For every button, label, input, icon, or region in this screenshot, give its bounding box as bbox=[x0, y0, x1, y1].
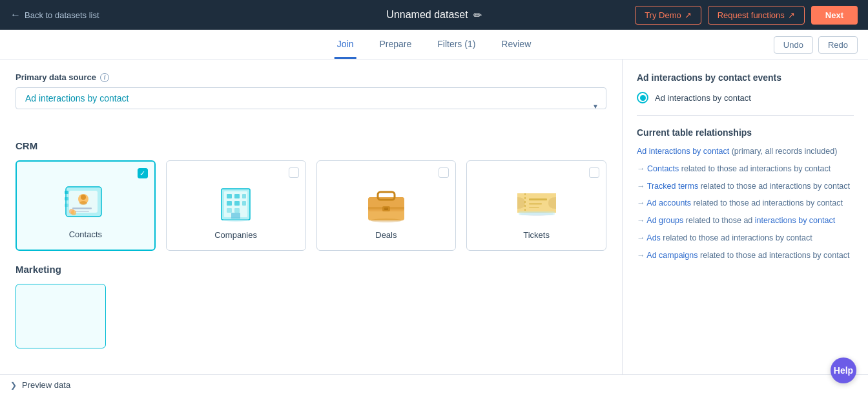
request-functions-label: Request functions bbox=[718, 10, 785, 20]
marketing-section-title: Marketing bbox=[16, 264, 606, 275]
info-icon[interactable]: i bbox=[100, 73, 109, 82]
rel-item-0: Ad interactions by contact (primary, all… bbox=[637, 145, 854, 158]
card-tickets-label: Tickets bbox=[523, 230, 550, 240]
svg-rect-31 bbox=[368, 207, 404, 209]
primary-source-dropdown[interactable]: Ad interactions by contact bbox=[16, 87, 606, 109]
rel-item-2: → Tracked terms related to those ad inte… bbox=[637, 180, 854, 193]
next-label: Next bbox=[825, 10, 843, 20]
svg-point-23 bbox=[223, 218, 249, 222]
svg-rect-9 bbox=[75, 211, 89, 212]
svg-rect-32 bbox=[529, 198, 547, 200]
card-contacts-icon bbox=[59, 178, 111, 224]
tabs-right: Undo Redo bbox=[774, 36, 858, 59]
next-button[interactable]: Next bbox=[811, 6, 858, 25]
external-link-icon2: ↗ bbox=[788, 10, 795, 20]
svg-rect-20 bbox=[227, 208, 232, 213]
dataset-title: Unnamed dataset bbox=[386, 9, 468, 21]
card-deals-label: Deals bbox=[375, 230, 397, 240]
card-companies[interactable]: Companies bbox=[166, 160, 306, 251]
header-title-area: Unnamed dataset ✏ bbox=[386, 9, 481, 21]
svg-rect-34 bbox=[529, 207, 539, 208]
header: ← Back to datasets list Unnamed dataset … bbox=[0, 0, 868, 30]
help-button[interactable]: Help bbox=[831, 358, 856, 383]
back-to-datasets-link[interactable]: ← Back to datasets list bbox=[10, 9, 99, 21]
help-label: Help bbox=[834, 365, 853, 376]
svg-rect-16 bbox=[242, 194, 246, 198]
svg-rect-21 bbox=[234, 208, 240, 213]
left-panel: Primary data source i Ad interactions by… bbox=[0, 59, 623, 374]
back-arrow-icon: ← bbox=[10, 9, 21, 21]
card-companies-label: Companies bbox=[214, 230, 257, 240]
crm-cards-grid: ✓ bbox=[16, 160, 606, 251]
preview-data-label: Preview data bbox=[22, 380, 70, 390]
svg-point-11 bbox=[71, 210, 76, 215]
undo-button[interactable]: Undo bbox=[774, 36, 813, 54]
try-demo-label: Try Demo bbox=[645, 10, 681, 20]
bottom-bar[interactable]: ❯ Preview data bbox=[0, 374, 868, 395]
main-layout: Primary data source i Ad interactions by… bbox=[0, 59, 868, 374]
svg-rect-17 bbox=[227, 201, 232, 206]
radio-outer bbox=[637, 92, 648, 103]
events-section-title: Ad interactions by contact events bbox=[637, 72, 854, 83]
card-companies-checkbox bbox=[289, 167, 299, 178]
card-deals[interactable]: Deals bbox=[316, 160, 457, 251]
relationships-title: Current table relationships bbox=[637, 127, 854, 138]
card-deals-checkbox bbox=[439, 167, 449, 178]
svg-rect-4 bbox=[65, 204, 68, 207]
svg-rect-8 bbox=[72, 208, 92, 209]
tab-join[interactable]: Join bbox=[335, 31, 356, 59]
card-companies-icon bbox=[210, 178, 262, 225]
request-functions-button[interactable]: Request functions ↗ bbox=[708, 6, 805, 25]
svg-rect-3 bbox=[65, 197, 68, 200]
svg-rect-15 bbox=[234, 194, 240, 198]
back-label: Back to datasets list bbox=[25, 10, 99, 20]
crm-section-title: CRM bbox=[16, 140, 606, 151]
card-contacts-label: Contacts bbox=[69, 230, 102, 239]
rel-item-5: → Ads related to those ad interactions b… bbox=[637, 232, 854, 244]
svg-rect-18 bbox=[234, 201, 240, 206]
tab-review[interactable]: Review bbox=[499, 31, 533, 59]
edit-title-icon[interactable]: ✏ bbox=[473, 9, 482, 21]
card-tickets-checkbox bbox=[589, 167, 599, 178]
svg-rect-14 bbox=[227, 194, 232, 198]
svg-point-30 bbox=[371, 219, 402, 222]
card-contacts[interactable]: ✓ bbox=[16, 160, 156, 251]
tab-filters[interactable]: Filters (1) bbox=[435, 31, 478, 59]
radio-ad-interactions-label: Ad interactions by contact bbox=[655, 93, 751, 103]
rel-item-3: → Ad accounts related to those ad intera… bbox=[637, 197, 854, 209]
primary-source-dropdown-wrapper: Ad interactions by contact bbox=[16, 87, 606, 125]
card-contacts-checkbox: ✓ bbox=[138, 168, 148, 178]
try-demo-button[interactable]: Try Demo ↗ bbox=[635, 6, 701, 25]
radio-ad-interactions[interactable]: Ad interactions by contact bbox=[637, 92, 854, 103]
rel-item-6: → Ad campaigns related to those ad inter… bbox=[637, 250, 854, 262]
primary-source-label: Primary data source i bbox=[16, 72, 606, 82]
svg-point-6 bbox=[81, 195, 86, 200]
chevron-right-icon: ❯ bbox=[10, 381, 17, 390]
card-tickets-icon bbox=[511, 178, 563, 225]
svg-rect-33 bbox=[529, 203, 542, 205]
tabs-center: Join Prepare Filters (1) Review bbox=[335, 31, 534, 59]
redo-button[interactable]: Redo bbox=[818, 36, 858, 54]
tabs-bar: Join Prepare Filters (1) Review Undo Red… bbox=[0, 30, 868, 59]
marketing-card-partial[interactable] bbox=[16, 284, 106, 348]
tab-prepare[interactable]: Prepare bbox=[377, 31, 414, 59]
card-deals-icon bbox=[360, 178, 412, 225]
radio-inner bbox=[640, 95, 646, 101]
svg-rect-36 bbox=[519, 211, 555, 215]
svg-rect-19 bbox=[242, 201, 246, 206]
svg-point-7 bbox=[79, 201, 87, 205]
right-panel: Ad interactions by contact events Ad int… bbox=[623, 59, 868, 374]
header-actions: Try Demo ↗ Request functions ↗ Next bbox=[635, 6, 858, 25]
svg-rect-2 bbox=[65, 191, 68, 194]
rel-item-4: → Ad groups related to those ad interact… bbox=[637, 215, 854, 227]
card-tickets[interactable]: Tickets bbox=[466, 160, 606, 251]
divider bbox=[637, 115, 854, 116]
rel-item-1: → Contacts related to those ad interacti… bbox=[637, 163, 854, 175]
external-link-icon: ↗ bbox=[685, 10, 692, 20]
